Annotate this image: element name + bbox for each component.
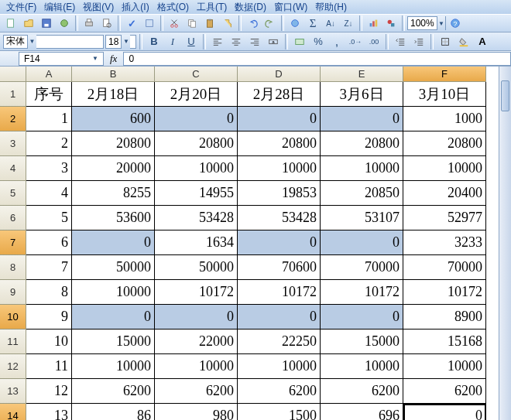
row-header-5[interactable]: 5 — [0, 181, 26, 206]
cell[interactable]: 1634 — [155, 230, 238, 255]
cell[interactable]: 20800 — [321, 131, 403, 156]
chart-icon[interactable] — [365, 15, 382, 31]
select-all-corner[interactable] — [0, 67, 26, 82]
cell[interactable]: 980 — [155, 404, 238, 420]
cell[interactable]: 3 — [26, 156, 72, 181]
help-icon[interactable]: ? — [447, 15, 464, 31]
row-header-8[interactable]: 8 — [0, 255, 26, 280]
zoom-box[interactable]: 100%▼ — [407, 16, 446, 30]
permission-icon[interactable] — [56, 15, 73, 31]
increase-indent-icon[interactable] — [410, 34, 427, 50]
cell[interactable]: 20800 — [403, 131, 486, 156]
increase-decimal-icon[interactable]: .0→ — [347, 34, 364, 50]
bold-button[interactable]: B — [146, 34, 163, 50]
row-header-7[interactable]: 7 — [0, 230, 26, 255]
cell[interactable]: 0 — [238, 230, 321, 255]
column-header-c[interactable]: C — [155, 67, 238, 82]
hyperlink-icon[interactable] — [286, 15, 304, 31]
print-icon[interactable] — [81, 15, 98, 31]
cell[interactable]: 0 — [321, 230, 403, 255]
cell[interactable]: 1500 — [238, 404, 321, 420]
cell[interactable]: 6 — [26, 230, 72, 255]
row-header-1[interactable]: 1 — [0, 82, 26, 107]
menu-format[interactable]: 格式(O) — [154, 1, 192, 14]
cell[interactable]: 10172 — [321, 280, 403, 305]
row-header-2[interactable]: 2 — [0, 107, 26, 131]
cell[interactable]: 22000 — [155, 330, 238, 354]
font-size-box[interactable]: 18▼ — [105, 35, 136, 49]
underline-button[interactable]: U — [183, 34, 200, 50]
comma-icon[interactable]: , — [328, 34, 345, 50]
save-icon[interactable] — [38, 15, 55, 31]
cell[interactable]: 50000 — [155, 255, 238, 280]
cell[interactable]: 10000 — [238, 156, 321, 181]
cell[interactable]: 0 — [321, 305, 403, 330]
header-cell[interactable]: 2月18日 — [72, 82, 155, 107]
cell[interactable]: 3233 — [403, 230, 486, 255]
row-header-12[interactable]: 12 — [0, 354, 26, 379]
cell[interactable]: 10000 — [321, 354, 403, 379]
cell[interactable]: 20800 — [155, 131, 238, 156]
cell[interactable]: 15000 — [72, 330, 155, 354]
cell[interactable]: 6200 — [321, 379, 403, 404]
cell[interactable]: 53107 — [321, 206, 403, 230]
italic-button[interactable]: I — [164, 34, 181, 50]
format-painter-icon[interactable] — [219, 15, 236, 31]
cell[interactable]: 8255 — [72, 181, 155, 206]
cut-icon[interactable] — [166, 15, 183, 31]
row-header-9[interactable]: 9 — [0, 280, 26, 305]
align-right-icon[interactable] — [246, 34, 263, 50]
column-header-e[interactable]: E — [321, 67, 403, 82]
cell[interactable]: 53600 — [72, 206, 155, 230]
cell[interactable]: 20000 — [72, 156, 155, 181]
cell[interactable]: 10000 — [155, 156, 238, 181]
cell[interactable]: 20800 — [72, 131, 155, 156]
drawing-icon[interactable] — [382, 15, 400, 31]
cell[interactable]: 10172 — [238, 280, 321, 305]
font-color-icon[interactable]: A — [474, 34, 491, 50]
menu-insert[interactable]: 插入(I) — [118, 1, 152, 14]
row-header-11[interactable]: 11 — [0, 330, 26, 354]
redo-icon[interactable] — [262, 15, 279, 31]
undo-icon[interactable] — [244, 15, 261, 31]
chevron-down-icon[interactable]: ▼ — [121, 35, 130, 49]
font-name-box[interactable]: 宋体▼ — [3, 35, 104, 49]
menu-help[interactable]: 帮助(H) — [312, 1, 350, 14]
column-header-d[interactable]: D — [238, 67, 321, 82]
percent-icon[interactable]: % — [310, 34, 327, 50]
align-center-icon[interactable] — [228, 34, 245, 50]
column-header-b[interactable]: B — [72, 67, 155, 82]
cell[interactable]: 6200 — [72, 379, 155, 404]
cell[interactable]: 20800 — [238, 131, 321, 156]
currency-icon[interactable] — [291, 34, 308, 50]
cell[interactable]: 10 — [26, 330, 72, 354]
chevron-down-icon[interactable]: ▼ — [437, 16, 445, 30]
chevron-down-icon[interactable]: ▼ — [92, 55, 98, 62]
cell[interactable]: 10172 — [155, 280, 238, 305]
fx-label[interactable]: fx — [104, 53, 123, 65]
cell[interactable]: 696 — [321, 404, 403, 420]
row-header-10[interactable]: 10 — [0, 305, 26, 330]
row-header-14[interactable]: 14 — [0, 404, 26, 420]
row-header-3[interactable]: 3 — [0, 131, 26, 156]
cell[interactable]: 10000 — [72, 280, 155, 305]
cell[interactable]: 10000 — [72, 354, 155, 379]
cell[interactable]: 1 — [26, 107, 72, 131]
cell[interactable]: 86 — [72, 404, 155, 420]
cell[interactable]: 52977 — [403, 206, 486, 230]
menu-data[interactable]: 数据(D) — [231, 1, 269, 14]
menu-edit[interactable]: 编辑(E) — [41, 1, 78, 14]
cell[interactable]: 0 — [72, 305, 155, 330]
header-cell[interactable]: 2月20日 — [155, 82, 238, 107]
cell[interactable]: 6200 — [238, 379, 321, 404]
cell[interactable]: 6200 — [403, 379, 486, 404]
cell[interactable]: 0 — [238, 305, 321, 330]
header-cell[interactable]: 序号 — [26, 82, 72, 107]
new-icon[interactable] — [2, 15, 19, 31]
cell[interactable]: 50000 — [72, 255, 155, 280]
formula-input[interactable]: 0 — [123, 52, 511, 66]
column-header-a[interactable]: A — [26, 67, 72, 82]
header-cell[interactable]: 2月28日 — [238, 82, 321, 107]
chevron-down-icon[interactable]: ▼ — [27, 35, 36, 49]
header-cell[interactable]: 3月6日 — [321, 82, 403, 107]
